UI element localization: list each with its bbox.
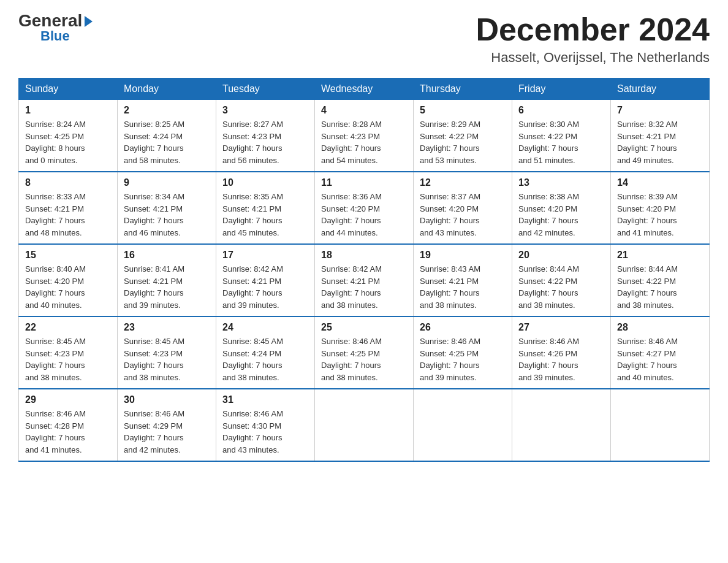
week-row-1: 1 Sunrise: 8:24 AMSunset: 4:25 PMDayligh… <box>19 100 710 172</box>
day-number: 29 <box>25 394 111 405</box>
day-info: Sunrise: 8:46 AMSunset: 4:29 PMDaylight:… <box>124 408 210 456</box>
day-number: 24 <box>222 322 308 333</box>
day-info: Sunrise: 8:46 AMSunset: 4:27 PMDaylight:… <box>617 335 703 383</box>
day-number: 15 <box>25 250 111 261</box>
location-subtitle: Hasselt, Overijssel, The Netherlands <box>476 50 710 66</box>
day-info: Sunrise: 8:33 AMSunset: 4:21 PMDaylight:… <box>25 191 111 239</box>
day-number: 8 <box>25 177 111 188</box>
day-number: 1 <box>25 105 111 116</box>
day-cell: 2 Sunrise: 8:25 AMSunset: 4:24 PMDayligh… <box>118 100 216 172</box>
day-cell: 21 Sunrise: 8:44 AMSunset: 4:22 PMDaylig… <box>611 244 710 316</box>
day-info: Sunrise: 8:30 AMSunset: 4:22 PMDaylight:… <box>518 118 604 166</box>
day-info: Sunrise: 8:24 AMSunset: 4:25 PMDaylight:… <box>25 118 111 166</box>
day-cell <box>315 389 414 461</box>
day-cell: 17 Sunrise: 8:42 AMSunset: 4:21 PMDaylig… <box>216 244 315 316</box>
week-row-4: 22 Sunrise: 8:45 AMSunset: 4:23 PMDaylig… <box>19 316 710 389</box>
day-number: 19 <box>420 250 506 261</box>
day-number: 10 <box>222 177 308 188</box>
day-number: 9 <box>124 177 210 188</box>
day-cell: 4 Sunrise: 8:28 AMSunset: 4:23 PMDayligh… <box>315 100 414 172</box>
day-cell: 13 Sunrise: 8:38 AMSunset: 4:20 PMDaylig… <box>512 172 611 244</box>
day-cell: 30 Sunrise: 8:46 AMSunset: 4:29 PMDaylig… <box>118 389 216 461</box>
day-info: Sunrise: 8:38 AMSunset: 4:20 PMDaylight:… <box>518 191 604 239</box>
day-cell: 12 Sunrise: 8:37 AMSunset: 4:20 PMDaylig… <box>414 172 512 244</box>
header-sunday: Sunday <box>19 79 118 100</box>
day-number: 14 <box>617 177 703 188</box>
logo-general-text: General <box>18 12 82 29</box>
day-cell: 25 Sunrise: 8:46 AMSunset: 4:25 PMDaylig… <box>315 316 414 389</box>
day-cell <box>512 389 611 461</box>
day-cell: 18 Sunrise: 8:42 AMSunset: 4:21 PMDaylig… <box>315 244 414 316</box>
day-number: 20 <box>518 250 604 261</box>
day-info: Sunrise: 8:46 AMSunset: 4:26 PMDaylight:… <box>518 335 604 383</box>
logo-blue-text: Blue <box>40 29 70 43</box>
header-friday: Friday <box>512 79 611 100</box>
day-info: Sunrise: 8:46 AMSunset: 4:30 PMDaylight:… <box>222 408 308 456</box>
day-number: 11 <box>321 177 407 188</box>
day-cell: 11 Sunrise: 8:36 AMSunset: 4:20 PMDaylig… <box>315 172 414 244</box>
day-cell: 16 Sunrise: 8:41 AMSunset: 4:21 PMDaylig… <box>118 244 216 316</box>
day-cell: 26 Sunrise: 8:46 AMSunset: 4:25 PMDaylig… <box>414 316 512 389</box>
header-wednesday: Wednesday <box>315 79 414 100</box>
day-number: 21 <box>617 250 703 261</box>
calendar-table: SundayMondayTuesdayWednesdayThursdayFrid… <box>18 78 710 462</box>
day-number: 23 <box>124 322 210 333</box>
day-cell <box>611 389 710 461</box>
day-info: Sunrise: 8:25 AMSunset: 4:24 PMDaylight:… <box>124 118 210 166</box>
header-thursday: Thursday <box>414 79 512 100</box>
day-info: Sunrise: 8:39 AMSunset: 4:20 PMDaylight:… <box>617 191 703 239</box>
header-monday: Monday <box>118 79 216 100</box>
day-cell: 6 Sunrise: 8:30 AMSunset: 4:22 PMDayligh… <box>512 100 611 172</box>
day-number: 13 <box>518 177 604 188</box>
day-number: 5 <box>420 105 506 116</box>
day-cell: 10 Sunrise: 8:35 AMSunset: 4:21 PMDaylig… <box>216 172 315 244</box>
week-row-5: 29 Sunrise: 8:46 AMSunset: 4:28 PMDaylig… <box>19 389 710 461</box>
day-info: Sunrise: 8:35 AMSunset: 4:21 PMDaylight:… <box>222 191 308 239</box>
day-number: 16 <box>124 250 210 261</box>
day-info: Sunrise: 8:45 AMSunset: 4:23 PMDaylight:… <box>124 335 210 383</box>
month-title: December 2024 <box>476 12 710 47</box>
day-cell: 23 Sunrise: 8:45 AMSunset: 4:23 PMDaylig… <box>118 316 216 389</box>
day-cell: 24 Sunrise: 8:45 AMSunset: 4:24 PMDaylig… <box>216 316 315 389</box>
week-row-2: 8 Sunrise: 8:33 AMSunset: 4:21 PMDayligh… <box>19 172 710 244</box>
day-cell: 22 Sunrise: 8:45 AMSunset: 4:23 PMDaylig… <box>19 316 118 389</box>
day-info: Sunrise: 8:32 AMSunset: 4:21 PMDaylight:… <box>617 118 703 166</box>
page-header: General Blue December 2024 Hasselt, Over… <box>18 12 710 66</box>
calendar-header-row: SundayMondayTuesdayWednesdayThursdayFrid… <box>19 79 710 100</box>
day-number: 31 <box>222 394 308 405</box>
day-number: 26 <box>420 322 506 333</box>
day-info: Sunrise: 8:45 AMSunset: 4:23 PMDaylight:… <box>25 335 111 383</box>
day-cell: 1 Sunrise: 8:24 AMSunset: 4:25 PMDayligh… <box>19 100 118 172</box>
day-number: 2 <box>124 105 210 116</box>
day-cell: 8 Sunrise: 8:33 AMSunset: 4:21 PMDayligh… <box>19 172 118 244</box>
day-info: Sunrise: 8:46 AMSunset: 4:25 PMDaylight:… <box>420 335 506 383</box>
day-number: 27 <box>518 322 604 333</box>
day-number: 25 <box>321 322 407 333</box>
day-cell: 7 Sunrise: 8:32 AMSunset: 4:21 PMDayligh… <box>611 100 710 172</box>
day-cell: 20 Sunrise: 8:44 AMSunset: 4:22 PMDaylig… <box>512 244 611 316</box>
title-block: December 2024 Hasselt, Overijssel, The N… <box>476 12 710 66</box>
day-number: 4 <box>321 105 407 116</box>
day-info: Sunrise: 8:46 AMSunset: 4:25 PMDaylight:… <box>321 335 407 383</box>
day-number: 28 <box>617 322 703 333</box>
day-info: Sunrise: 8:45 AMSunset: 4:24 PMDaylight:… <box>222 335 308 383</box>
day-cell: 31 Sunrise: 8:46 AMSunset: 4:30 PMDaylig… <box>216 389 315 461</box>
day-info: Sunrise: 8:46 AMSunset: 4:28 PMDaylight:… <box>25 408 111 456</box>
logo: General Blue <box>18 12 93 43</box>
day-number: 12 <box>420 177 506 188</box>
day-cell: 5 Sunrise: 8:29 AMSunset: 4:22 PMDayligh… <box>414 100 512 172</box>
week-row-3: 15 Sunrise: 8:40 AMSunset: 4:20 PMDaylig… <box>19 244 710 316</box>
day-info: Sunrise: 8:41 AMSunset: 4:21 PMDaylight:… <box>124 263 210 311</box>
day-number: 18 <box>321 250 407 261</box>
day-info: Sunrise: 8:44 AMSunset: 4:22 PMDaylight:… <box>518 263 604 311</box>
day-info: Sunrise: 8:43 AMSunset: 4:21 PMDaylight:… <box>420 263 506 311</box>
day-info: Sunrise: 8:34 AMSunset: 4:21 PMDaylight:… <box>124 191 210 239</box>
header-saturday: Saturday <box>611 79 710 100</box>
day-cell: 28 Sunrise: 8:46 AMSunset: 4:27 PMDaylig… <box>611 316 710 389</box>
day-info: Sunrise: 8:42 AMSunset: 4:21 PMDaylight:… <box>321 263 407 311</box>
day-info: Sunrise: 8:36 AMSunset: 4:20 PMDaylight:… <box>321 191 407 239</box>
day-cell: 19 Sunrise: 8:43 AMSunset: 4:21 PMDaylig… <box>414 244 512 316</box>
day-number: 6 <box>518 105 604 116</box>
day-number: 17 <box>222 250 308 261</box>
day-cell: 29 Sunrise: 8:46 AMSunset: 4:28 PMDaylig… <box>19 389 118 461</box>
